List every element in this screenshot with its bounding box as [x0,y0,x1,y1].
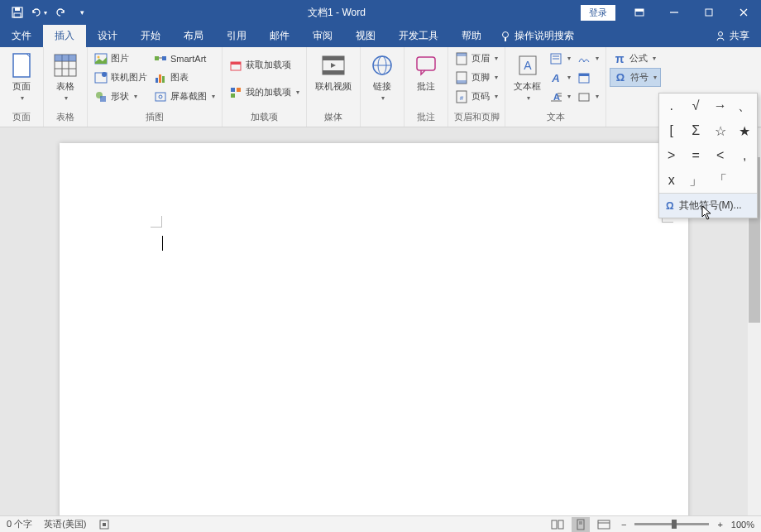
symbol-cell[interactable]: < [708,143,733,168]
read-mode-button[interactable] [548,517,567,532]
dropcap-button[interactable]: A▾ [546,87,574,106]
table-button[interactable]: 表格 ▾ [47,49,84,105]
symbol-cell[interactable]: [ [659,118,684,143]
undo-button[interactable]: ▾ [28,2,50,23]
tab-review[interactable]: 审阅 [301,25,344,47]
object-button[interactable]: ▾ [574,87,602,106]
symbol-cell[interactable]: 「 [708,168,733,193]
zoom-out-button[interactable]: − [618,520,629,530]
page-number-icon: # [455,90,468,103]
symbol-cell[interactable]: 」 [684,168,709,193]
object-icon [577,90,591,103]
symbol-cell[interactable]: ★ [733,118,758,143]
more-symbols-button[interactable]: Ω 其他符号(M)... [659,193,757,218]
tab-file[interactable]: 文件 [0,25,43,47]
screenshot-button[interactable]: 屏幕截图▾ [151,87,218,106]
signature-button[interactable]: ▾ [574,49,602,68]
login-button[interactable]: 登录 [581,5,615,21]
page-number-button[interactable]: # 页码▾ [452,87,501,106]
online-pictures-button[interactable]: 联机图片 [91,68,151,87]
tab-home[interactable]: 开始 [129,25,172,47]
close-button[interactable] [726,0,761,25]
wordart-button[interactable]: A▾ [546,68,574,87]
zoom-in-button[interactable]: + [714,520,725,530]
symbol-cell[interactable]: x [659,168,684,193]
omega-icon: Ω [666,200,674,212]
zoom-slider[interactable] [634,523,709,525]
save-button[interactable] [7,2,28,23]
print-layout-button[interactable] [572,517,590,532]
svg-rect-63 [579,93,589,101]
shapes-button[interactable]: 形状▾ [91,87,151,106]
quickparts-button[interactable]: ▾ [546,49,574,68]
pages-button[interactable]: 页面 ▾ [3,49,40,105]
web-layout-button[interactable] [595,517,613,532]
tab-insert[interactable]: 插入 [43,25,86,47]
symbol-cell[interactable]: > [659,143,684,168]
quickparts-icon [549,52,562,65]
online-video-button[interactable]: 联机视频 [310,49,357,96]
symbol-dropdown-panel: . √ → 、 [ Σ ☆ ★ > = < , x 」 「 Ω 其他符号(M).… [658,93,758,218]
symbol-cell[interactable]: Σ [684,118,709,143]
svg-rect-48 [457,80,467,84]
symbol-cell[interactable]: 、 [733,93,758,118]
header-button[interactable]: 页眉▾ [452,49,501,68]
tab-design[interactable]: 设计 [86,25,129,47]
tab-mailings[interactable]: 邮件 [258,25,301,47]
document-area[interactable] [0,128,748,515]
datetime-button[interactable] [574,68,602,87]
svg-rect-34 [231,62,241,65]
get-addins-button[interactable]: 获取加载项 [226,55,303,74]
symbol-cell[interactable]: . [659,93,684,118]
table-icon [52,52,79,79]
document-page[interactable] [60,143,688,515]
share-button[interactable]: 共享 [703,25,761,47]
symbol-cell[interactable]: → [708,93,733,118]
symbol-cell[interactable]: = [684,143,709,168]
smartart-button[interactable]: SmartArt [151,49,218,68]
tab-view[interactable]: 视图 [344,25,387,47]
pictures-button[interactable]: 图片 [91,49,151,68]
svg-text:A: A [524,59,532,72]
macro-status-icon[interactable] [98,519,110,530]
svg-rect-30 [162,76,165,83]
word-count[interactable]: 0 个字 [7,518,32,530]
tab-layout[interactable]: 布局 [172,25,215,47]
svg-point-11 [719,31,723,36]
minimize-button[interactable] [657,0,692,25]
comment-button[interactable]: 批注 [408,49,444,96]
group-text: A 文本框 ▾ ▾ A▾ A▾ ▾ ▾ 文本 [505,47,606,127]
my-addins-button[interactable]: 我的加载项▾ [226,83,303,102]
tell-me-search[interactable]: 操作说明搜索 [500,25,574,47]
chart-icon [154,71,167,84]
signature-icon [577,52,591,65]
ribbon-display-button[interactable] [622,0,657,25]
text-cursor [162,236,163,251]
symbol-cell[interactable] [733,168,758,193]
window-buttons: 登录 [581,0,761,25]
tab-references[interactable]: 引用 [215,25,258,47]
textbox-button[interactable]: A 文本框 ▾ [509,49,546,105]
tab-developer[interactable]: 开发工具 [387,25,450,47]
redo-button[interactable] [50,2,71,23]
links-button[interactable]: 链接 ▾ [364,49,400,105]
svg-rect-1 [15,7,20,11]
group-label-media: 媒体 [310,109,357,125]
symbol-cell[interactable]: , [733,143,758,168]
symbol-button[interactable]: Ω 符号▾ [610,68,661,87]
equation-icon: π [613,52,626,65]
equation-button[interactable]: π 公式▾ [610,49,661,68]
symbol-cell[interactable]: √ [684,93,709,118]
zoom-level[interactable]: 100% [731,520,754,530]
symbol-cell[interactable]: ☆ [708,118,733,143]
maximize-button[interactable] [692,0,726,25]
chart-button[interactable]: 图表 [151,68,218,87]
tab-help[interactable]: 帮助 [450,25,493,47]
footer-button[interactable]: 页脚▾ [452,68,501,87]
svg-rect-39 [323,56,344,60]
footer-icon [455,71,468,84]
qat-customize-button[interactable]: ▾ [71,2,93,23]
language-status[interactable]: 英语(美国) [44,518,86,530]
dropcap-icon: A [549,90,562,103]
group-label-pages: 页面 [3,109,40,125]
